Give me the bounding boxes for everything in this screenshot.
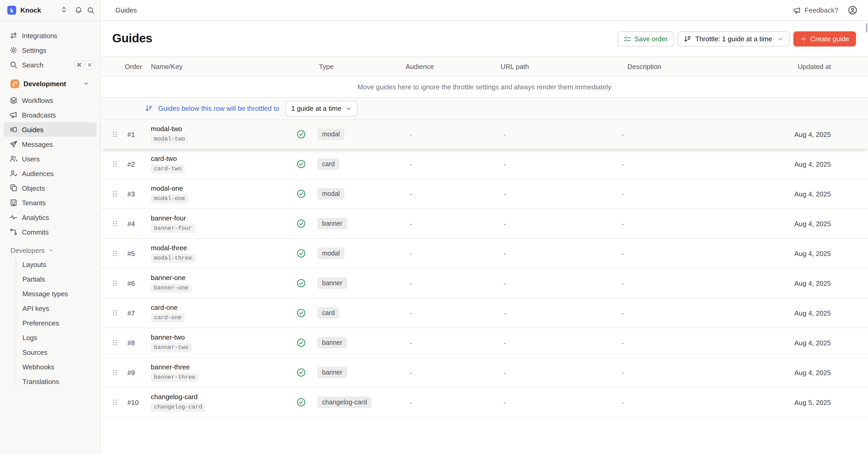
sidebar-item-objects[interactable]: Objects: [4, 181, 97, 195]
sidebar-item-broadcasts[interactable]: Broadcasts: [4, 108, 97, 122]
workspace-switcher[interactable]: k Knock: [0, 0, 100, 21]
drag-handle[interactable]: [108, 190, 121, 198]
guide-updated-at: Aug 4, 2025: [793, 190, 831, 198]
unfold-icon[interactable]: [61, 6, 67, 13]
sidebar-item-logs[interactable]: Logs: [16, 330, 100, 345]
feedback-label: Feedback?: [805, 6, 838, 14]
throttle-value-select[interactable]: 1 guide at a time: [285, 101, 358, 116]
sidebar-item-messages[interactable]: Messages: [4, 137, 97, 151]
guide-type-badge: banner: [317, 337, 347, 348]
sidebar-item-settings[interactable]: Settings: [4, 43, 97, 57]
table-row[interactable]: #7card-onecard-onecard---Aug 4, 2025: [101, 298, 868, 328]
sidebar-item-integrations[interactable]: Integrations: [4, 28, 97, 43]
guide-type-badge: modal: [317, 248, 344, 259]
guide-type-badge: card: [317, 158, 340, 170]
guide-order: #8: [121, 339, 151, 347]
guide-name: banner-two: [151, 333, 292, 341]
integrations-icon: [9, 31, 18, 40]
bell-icon[interactable]: [75, 6, 83, 14]
throttle-dropdown-button[interactable]: Throttle: 1 guide at a time: [678, 31, 789, 47]
search-icon[interactable]: [87, 6, 95, 15]
workflows-icon: [9, 96, 18, 105]
sidebar-section-development[interactable]: Development: [4, 76, 97, 91]
sidebar-item-api-keys[interactable]: API keys: [16, 301, 100, 316]
guide-name-key: changelog-cardchangelog-card: [151, 393, 292, 412]
guide-description: -: [621, 339, 793, 347]
sidebar: k Knock IntegrationsSettingsSearch⌘K Dev…: [0, 0, 101, 454]
sidebar-item-guides[interactable]: Guides: [4, 122, 97, 137]
scrollbar-thumb[interactable]: [866, 23, 867, 32]
guide-order: #5: [121, 250, 151, 257]
guide-url-path: -: [500, 339, 621, 347]
sidebar-item-label: Messages: [22, 140, 53, 148]
guide-name-key: modal-threemodal-three: [151, 244, 292, 263]
sidebar-item-webhooks[interactable]: Webhooks: [16, 360, 100, 374]
unthrottled-dropzone-row[interactable]: Move guides here to ignore the throttle …: [101, 77, 868, 98]
sidebar-item-tenants[interactable]: Tenants: [4, 195, 97, 210]
messages-icon: [9, 140, 18, 148]
sidebar-item-workflows[interactable]: Workflows: [4, 93, 97, 108]
page-title: Guides: [112, 31, 152, 46]
active-status-icon: [292, 189, 311, 199]
guide-url-path: -: [500, 369, 621, 376]
sidebar-item-analytics[interactable]: Analytics: [4, 210, 97, 225]
table-row[interactable]: #3modal-onemodal-onemodal---Aug 4, 2025: [101, 179, 868, 209]
guide-audience: -: [406, 250, 500, 257]
table-row[interactable]: #2card-twocard-twocard---Aug 4, 2025: [101, 149, 868, 179]
account-avatar[interactable]: [848, 5, 858, 15]
drag-handle[interactable]: [108, 160, 121, 168]
sidebar-item-search[interactable]: Search⌘K: [4, 57, 97, 72]
drag-handle[interactable]: [108, 339, 121, 347]
table-row[interactable]: #1modal-twomodal-twomodal---Aug 4, 2025: [101, 120, 868, 149]
create-guide-button[interactable]: Create guide: [793, 31, 856, 47]
sidebar-item-message-types[interactable]: Message types: [16, 286, 100, 301]
sidebar-section-developers[interactable]: Developers: [4, 244, 97, 257]
feedback-button[interactable]: Feedback?: [793, 6, 838, 15]
save-order-button[interactable]: Save order: [617, 31, 674, 47]
guide-type-cell: modal: [311, 129, 406, 140]
guide-key-badge: banner-one: [151, 284, 191, 292]
drag-handle[interactable]: [108, 220, 121, 228]
guide-updated-at: Aug 4, 2025: [793, 220, 831, 228]
drag-handle[interactable]: [108, 368, 121, 377]
sidebar-item-commits[interactable]: Commits: [4, 225, 97, 239]
throttle-divider-text[interactable]: Guides below this row will be throttled …: [158, 105, 279, 112]
active-status-icon: [292, 338, 311, 347]
tenants-icon: [9, 199, 18, 207]
table-row[interactable]: #10changelog-cardchangelog-cardchangelog…: [101, 388, 868, 418]
sidebar-item-label: Users: [22, 155, 40, 163]
table-row[interactable]: #5modal-threemodal-threemodal---Aug 4, 2…: [101, 239, 868, 268]
drag-handle[interactable]: [108, 279, 121, 287]
column-header-url-path: URL path: [500, 63, 621, 70]
drag-handle[interactable]: [108, 398, 121, 406]
drag-handle[interactable]: [108, 130, 121, 138]
guide-updated-at: Aug 5, 2025: [793, 398, 831, 406]
guide-order: #6: [121, 279, 151, 287]
sidebar-item-layouts[interactable]: Layouts: [16, 257, 100, 272]
guide-name: card-one: [151, 304, 292, 311]
chevron-down-icon: [83, 81, 89, 87]
guide-order: #10: [121, 398, 151, 406]
table-row[interactable]: #9banner-threebanner-threebanner---Aug 4…: [101, 358, 868, 388]
guide-name-key: banner-onebanner-one: [151, 274, 292, 292]
active-status-icon: [292, 159, 311, 169]
guide-name: banner-three: [151, 363, 292, 371]
guide-description: -: [621, 398, 793, 406]
breadcrumb[interactable]: Guides: [115, 6, 137, 14]
sidebar-item-users[interactable]: Users: [4, 151, 97, 166]
table-row[interactable]: #8banner-twobanner-twobanner---Aug 4, 20…: [101, 328, 868, 358]
guide-updated-at: Aug 4, 2025: [793, 369, 831, 376]
search-icon: [9, 61, 18, 69]
guides-table-body: #1modal-twomodal-twomodal---Aug 4, 2025#…: [101, 120, 868, 418]
sidebar-item-audiences[interactable]: Audiences: [4, 166, 97, 181]
sidebar-item-preferences[interactable]: Preferences: [16, 316, 100, 330]
guide-updated-at: Aug 4, 2025: [793, 339, 831, 347]
drag-handle[interactable]: [108, 309, 121, 317]
guide-type-cell: banner: [311, 218, 406, 229]
drag-handle[interactable]: [108, 249, 121, 258]
table-row[interactable]: #6banner-onebanner-onebanner---Aug 4, 20…: [101, 268, 868, 298]
sidebar-item-partials[interactable]: Partials: [16, 272, 100, 286]
sidebar-item-translations[interactable]: Translations: [16, 374, 100, 389]
sidebar-item-sources[interactable]: Sources: [16, 345, 100, 360]
table-row[interactable]: #4banner-fourbanner-fourbanner---Aug 4, …: [101, 209, 868, 239]
